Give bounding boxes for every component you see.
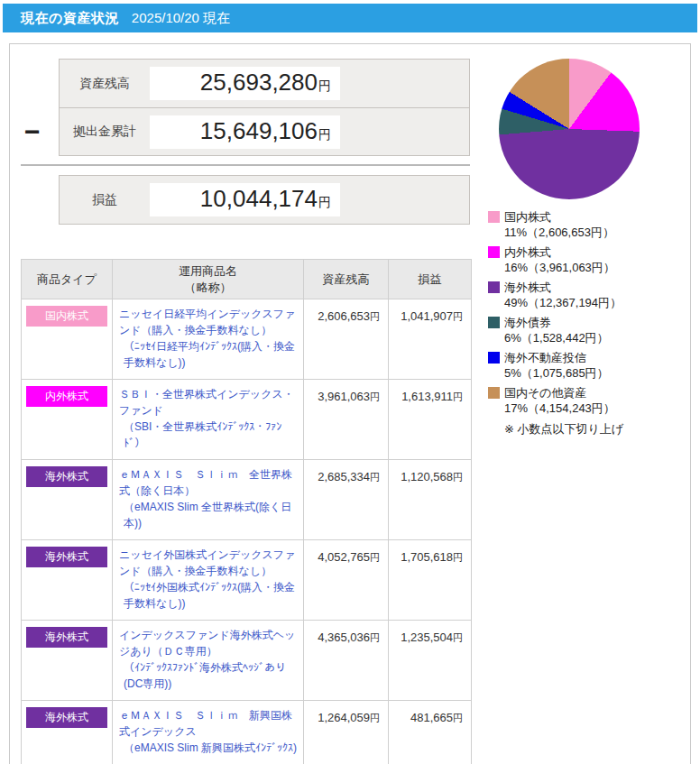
product-type-badge: 海外株式 — [26, 627, 107, 648]
fund-name-link[interactable]: ＳＢＩ・全世界株式インデックス・ファンド — [119, 386, 297, 419]
fund-name-link[interactable]: インデックスファンド海外株式ヘッジあり（ＤＣ専用） — [119, 627, 297, 659]
legend-item: 内外株式 16%（3,961,063円） — [488, 244, 686, 275]
as-of-date: 2025/10/20 現在 — [132, 10, 230, 27]
fund-balance-value: 1,264,059円 — [304, 701, 389, 764]
fund-pl-value: 1,705,618円 — [389, 540, 472, 621]
fund-balance-value: 4,052,765円 — [304, 540, 389, 621]
fund-balance-value: 2,606,653円 — [304, 299, 389, 380]
header-product-name: 運用商品名（略称） — [113, 260, 304, 299]
header-product-type: 商品タイプ — [22, 260, 113, 299]
table-row: 海外株式 ｅＭＡＸＩＳ Ｓｌｉｍ 新興国株式インデックス （eMAXIS Sli… — [22, 701, 472, 764]
asset-allocation-pie-chart — [499, 59, 640, 199]
legend-color-swatch — [488, 281, 500, 293]
fund-abbr-label: （ﾆｯｾｲ外国株式ｲﾝﾃﾞｯｸｽ(購入・換金手数料なし)) — [119, 579, 297, 612]
legend-percent-amount: 17%（4,154,243円） — [504, 400, 686, 416]
asset-balance-value-box: 25,693,280円 — [150, 67, 340, 100]
fund-pl-value: 1,235,504円 — [389, 621, 472, 701]
fund-pl-value: 481,665円 — [389, 701, 472, 764]
asset-balance-label: 資産残高 — [60, 76, 150, 92]
table-row: 海外株式 ｅＭＡＸＩＳ Ｓｌｉｍ 全世界株式（除く日本） （eMAXIS Sli… — [22, 460, 472, 540]
asset-status-panel: − 資産残高 25,693,280円 拠出金累計 15,649,106円 損益 … — [9, 43, 691, 764]
legend-percent-amount: 6%（1,528,442円） — [504, 330, 686, 345]
product-type-badge: 海外株式 — [26, 547, 107, 567]
balance-summary-box: 資産残高 25,693,280円 拠出金累計 15,649,106円 — [59, 59, 470, 156]
table-row: 国内株式 ニッセイ日経平均インデックスファンド（購入・換金手数料なし） （ﾆｯｾ… — [22, 299, 472, 380]
legend-percent-amount: 49%（12,367,194円） — [504, 295, 686, 310]
legend-label: 海外不動産投信 — [504, 350, 586, 365]
fund-balance-value: 4,365,036円 — [304, 621, 389, 701]
legend-item: 国内その他資産 17%（4,154,243円） — [488, 385, 686, 416]
legend-percent-amount: 5%（1,075,685円） — [504, 365, 686, 381]
fund-abbr-label: （eMAXIS Slim 新興国株式ｲﾝﾃﾞｯｸｽ) — [119, 740, 297, 756]
pie-legend: 国内株式 11%（2,606,653円） 内外株式 16%（3,961,063円… — [488, 209, 686, 437]
minus-icon: − — [24, 118, 50, 145]
legend-item: 海外債券 6%（1,528,442円） — [488, 315, 686, 345]
product-type-badge: 国内株式 — [26, 306, 107, 327]
fund-name-link[interactable]: ニッセイ外国株式インデックスファンド（購入・換金手数料なし） — [119, 547, 297, 579]
fund-balance-value: 3,961,063円 — [304, 380, 389, 460]
table-row: 海外株式 ニッセイ外国株式インデックスファンド（購入・換金手数料なし） （ﾆｯｾ… — [22, 540, 472, 621]
legend-color-swatch — [488, 317, 500, 328]
header-product-name-line2: （略称） — [185, 281, 232, 294]
product-type-badge: 海外株式 — [26, 466, 107, 487]
legend-label: 内外株式 — [504, 244, 551, 260]
legend-color-swatch — [488, 246, 500, 258]
legend-percent-amount: 16%（3,961,063円） — [504, 260, 686, 275]
contribution-total-row: 拠出金累計 15,649,106円 — [60, 107, 469, 155]
contribution-total-unit: 円 — [318, 127, 331, 142]
fund-abbr-label: （eMAXIS Slim 全世界株式(除く日本)) — [119, 499, 297, 531]
fund-abbr-label: （ﾆｯｾｲ日経平均ｲﾝﾃﾞｯｸｽ(購入・換金手数料なし)) — [119, 338, 297, 371]
header-product-name-line1: 運用商品名 — [179, 264, 237, 278]
contribution-total-value-box: 15,649,106円 — [150, 115, 340, 149]
table-header-row: 商品タイプ 運用商品名（略称） 資産残高 損益 — [22, 260, 472, 299]
legend-item: 国内株式 11%（2,606,653円） — [488, 209, 686, 240]
asset-balance-row: 資産残高 25,693,280円 — [60, 60, 469, 107]
fund-pl-value: 1,041,907円 — [389, 299, 472, 380]
legend-item: 海外株式 49%（12,367,194円） — [488, 280, 686, 310]
fund-pl-value: 1,120,568円 — [389, 460, 472, 540]
page-title: 現在の資産状況 — [21, 10, 119, 27]
asset-balance-value: 25,693,280 — [200, 69, 318, 96]
legend-item: 海外不動産投信 5%（1,075,685円） — [488, 350, 686, 381]
legend-label: 海外債券 — [504, 315, 551, 330]
legend-color-swatch — [488, 352, 500, 364]
legend-label: 国内株式 — [504, 209, 551, 225]
legend-color-swatch — [488, 387, 500, 399]
asset-balance-unit: 円 — [318, 78, 331, 93]
fund-pl-value: 1,613,911円 — [389, 380, 472, 460]
fund-balance-value: 2,685,334円 — [304, 460, 389, 540]
fund-name-link[interactable]: ニッセイ日経平均インデックスファンド（購入・換金手数料なし） — [119, 306, 297, 338]
products-table: 商品タイプ 運用商品名（略称） 資産残高 損益 国内株式 ニッセイ日経平均インデ… — [21, 259, 472, 764]
legend-percent-amount: 11%（2,606,653円） — [504, 225, 686, 240]
fund-abbr-label: （ｲﾝﾃﾞｯｸｽﾌｧﾝﾄﾞ海外株式ﾍｯｼﾞあり(DC専用)) — [119, 659, 297, 692]
profit-loss-value: 10,044,174 — [200, 185, 318, 212]
fund-name-link[interactable]: ｅＭＡＸＩＳ Ｓｌｉｍ 全世界株式（除く日本） — [119, 466, 297, 499]
contribution-total-value: 15,649,106 — [200, 117, 318, 144]
product-type-badge: 内外株式 — [26, 386, 107, 407]
profit-loss-box: 損益 10,044,174円 — [59, 175, 470, 225]
legend-color-swatch — [488, 211, 500, 223]
product-type-badge: 海外株式 — [26, 707, 107, 728]
profit-loss-unit: 円 — [318, 195, 331, 209]
profit-loss-value-box: 10,044,174円 — [150, 183, 340, 216]
page-header-bar: 現在の資産状況 2025/10/20 現在 — [3, 4, 697, 32]
header-asset-balance: 資産残高 — [304, 260, 389, 299]
legend-label: 国内その他資産 — [504, 385, 587, 400]
fund-abbr-label: （SBI・全世界株式ｲﾝﾃﾞｯｸｽ・ﾌｧﾝﾄﾞ） — [119, 419, 297, 451]
legend-label: 海外株式 — [504, 280, 551, 295]
summary-divider — [21, 164, 470, 166]
contribution-total-label: 拠出金累計 — [60, 124, 150, 140]
header-profit-loss: 損益 — [389, 260, 472, 299]
table-row: 内外株式 ＳＢＩ・全世界株式インデックス・ファンド （SBI・全世界株式ｲﾝﾃﾞ… — [22, 380, 472, 460]
rounding-note: ※ 小数点以下切り上げ — [504, 421, 686, 437]
fund-name-link[interactable]: ｅＭＡＸＩＳ Ｓｌｉｍ 新興国株式インデックス — [119, 707, 297, 740]
profit-loss-row: 損益 10,044,174円 — [60, 176, 469, 224]
table-row: 海外株式 インデックスファンド海外株式ヘッジあり（ＤＣ専用） （ｲﾝﾃﾞｯｸｽﾌ… — [22, 621, 472, 701]
profit-loss-label: 損益 — [60, 192, 150, 208]
